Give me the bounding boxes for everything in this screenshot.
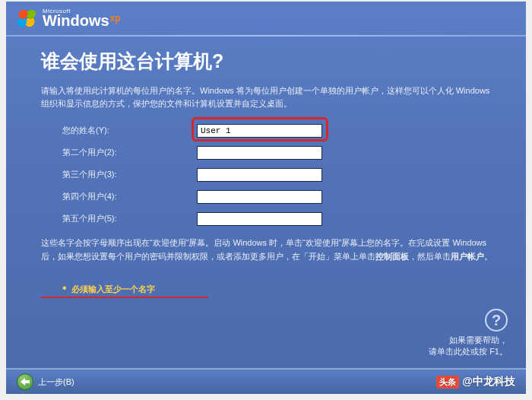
page-title: 谁会使用这台计算机? (41, 49, 496, 74)
watermark-icon: 头条 (436, 376, 459, 389)
user-row-5: 第五个用户(5): (41, 211, 496, 226)
your-name-input[interactable] (197, 124, 322, 138)
user-label-5: 第五个用户(5): (41, 213, 182, 224)
user3-input[interactable] (197, 168, 322, 182)
setup-screen: Microsoft Windowsxp 谁会使用这台计算机? 请输入将使用此计算… (6, 2, 526, 394)
windows-flag-icon (17, 8, 36, 28)
user-row-1: 您的姓名(Y): (41, 122, 496, 138)
content-area: 谁会使用这台计算机? 请输入将使用此计算机的每位用户的名字。Windows 将为… (6, 41, 526, 295)
user-label-1: 您的姓名(Y): (41, 125, 182, 136)
brand-company: Microsoft (43, 8, 121, 14)
back-button[interactable]: 上一步(B) (17, 373, 74, 390)
watermark-text: @中龙科技 (462, 375, 515, 389)
user-row-4: 第四个用户(4): (41, 189, 496, 204)
user-label-2: 第二个用户(2): (41, 147, 182, 158)
help-area: ? 如果需要帮助， 请单击此处或按 F1。 (429, 309, 508, 357)
user2-input[interactable] (197, 146, 322, 160)
help-icon[interactable]: ? (485, 309, 508, 332)
header-divider (6, 35, 526, 37)
input-wrap-1 (197, 122, 322, 138)
header: Microsoft Windowsxp (6, 2, 526, 35)
warning-underline-annotation (41, 297, 208, 298)
help-line1: 如果需要帮助， (429, 335, 508, 346)
user-label-3: 第三个用户(3): (41, 169, 182, 180)
bullet-icon: • (62, 281, 67, 294)
user-label-4: 第四个用户(4): (41, 191, 182, 202)
user5-input[interactable] (197, 212, 322, 226)
watermark: 头条 @中龙科技 (436, 375, 515, 389)
arrow-left-icon (17, 373, 33, 390)
intro-text: 请输入将使用此计算机的每位用户的名字。Windows 将为每位用户创建一个单独的… (41, 84, 496, 110)
back-label: 上一步(B) (38, 376, 74, 388)
user-row-2: 第二个用户(2): (41, 144, 496, 160)
brand-product: Windows (43, 12, 109, 29)
user-row-3: 第三个用户(3): (41, 167, 496, 182)
user4-input[interactable] (197, 190, 322, 204)
brand-block: Microsoft Windowsxp (43, 8, 121, 28)
instruction-note: 这些名字会按字母顺序出现在“欢迎使用”屏幕。启动 Windows 时，单击“欢迎… (41, 237, 496, 263)
warning-row: •必须输入至少一个名字 (41, 281, 496, 295)
help-line2: 请单击此处或按 F1。 (429, 346, 508, 357)
warning-text: 必须输入至少一个名字 (71, 284, 155, 294)
